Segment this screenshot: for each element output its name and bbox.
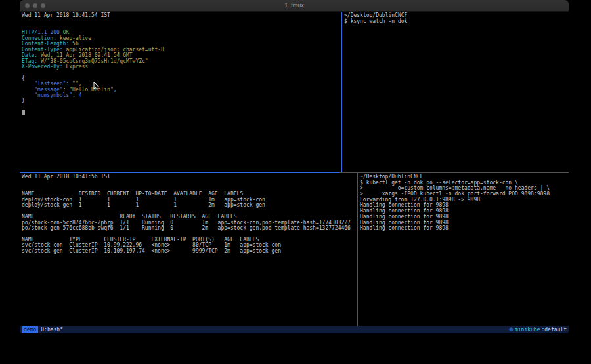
terminal-line: Wed 11 Apr 2018 10:41:54 IST (22, 13, 341, 19)
kubernetes-icon: ☸ (509, 326, 514, 333)
terminal-line: Wed 11 Apr 2018 10:41:56 IST (22, 174, 357, 180)
window-titlebar[interactable]: 1. tmux (20, 0, 569, 12)
window-title: 1. tmux (20, 0, 569, 11)
session-name[interactable]: demo (22, 326, 38, 333)
terminal-line: po/stock-gen-576cc688bb-swqf6 1/1 Runnin… (22, 226, 357, 232)
tmux-window: 1. tmux Wed 11 Apr 2018 10:41:54 IST HTT… (20, 0, 569, 333)
kube-namespace: :default (541, 326, 567, 333)
kube-status: ☸ minikube :default (509, 326, 567, 333)
terminal: Wed 11 Apr 2018 10:41:54 IST HTTP/1.1 20… (20, 12, 569, 326)
mouse-cursor (93, 81, 100, 91)
terminal-line (22, 70, 341, 76)
terminal-line (22, 19, 341, 25)
pane-kubectl-watch[interactable]: Wed 11 Apr 2018 10:41:56 IST NAME DESIRE… (20, 173, 357, 326)
kube-context: minikube (515, 326, 540, 333)
pane-row-top: Wed 11 Apr 2018 10:41:54 IST HTTP/1.1 20… (20, 12, 569, 172)
terminal-line (22, 104, 341, 110)
terminal-line: } (22, 98, 341, 104)
terminal-line (22, 24, 341, 30)
terminal-line: svc/stock-gen ClusterIP 10.109.197.74 <n… (22, 249, 357, 254)
pane-row-bottom: Wed 11 Apr 2018 10:41:56 IST NAME DESIRE… (20, 173, 569, 326)
terminal-line: $ ksync watch -n dok (344, 19, 569, 25)
terminal-line (22, 180, 357, 186)
terminal-line: Handling connection for 9898 (360, 226, 569, 232)
desktop-background: 1. tmux Wed 11 Apr 2018 10:41:54 IST HTT… (0, 0, 591, 364)
status-left: demo 0:bash* (22, 326, 63, 333)
window-tab[interactable]: 0:bash* (41, 326, 63, 333)
pane-ksync[interactable]: ~/Desktop/DublinCNCF$ ksync watch -n dok (342, 12, 569, 172)
tmux-status-bar: demo 0:bash* ☸ minikube :default (20, 326, 569, 333)
terminal-line: X-Powered-By: Express (22, 64, 341, 70)
pane-port-forward[interactable]: ~/Desktop/DublinCNCF$ kubectl get -n dok… (358, 173, 569, 326)
terminal-line: "numsymbols": 4 (22, 93, 341, 99)
pane-http-watch[interactable]: Wed 11 Apr 2018 10:41:54 IST HTTP/1.1 20… (20, 12, 341, 172)
terminal-line: deploy/stock-gen 1 1 1 1 2m app=stock-ge… (22, 203, 357, 209)
terminal-line (22, 110, 341, 116)
